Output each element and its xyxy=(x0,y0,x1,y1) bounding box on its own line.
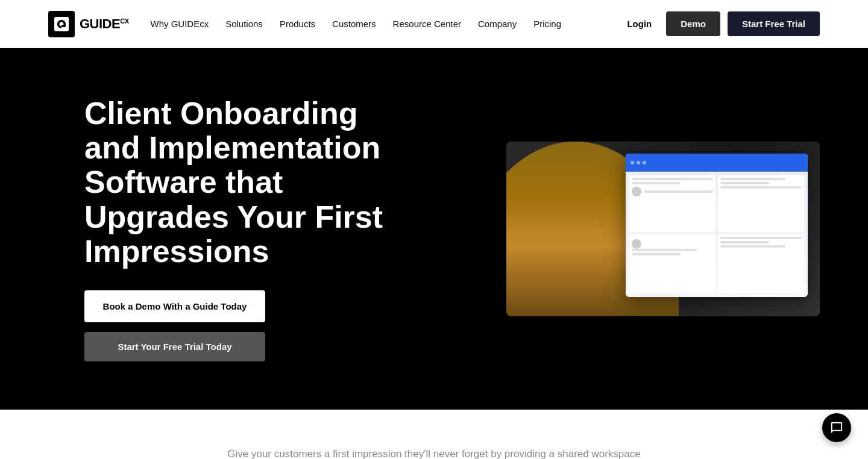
nav-item-resource-center[interactable]: Resource Center xyxy=(393,19,461,30)
screen-line xyxy=(720,178,785,180)
screen-dot-2 xyxy=(637,161,640,164)
nav-links: Why GUIDEcx Solutions Products Customers… xyxy=(150,19,561,30)
nav-link-pricing[interactable]: Pricing xyxy=(533,19,561,29)
nav-link-solutions[interactable]: Solutions xyxy=(225,19,263,29)
hero-content: Client Onboarding and Implementation Sof… xyxy=(84,96,398,361)
nav-item-company[interactable]: Company xyxy=(478,19,517,30)
screen-line xyxy=(720,245,785,248)
screen-topbar xyxy=(626,154,808,172)
screen-line xyxy=(720,182,769,184)
nav-item-customers[interactable]: Customers xyxy=(332,19,376,30)
book-demo-button[interactable]: Book a Demo With a Guide Today xyxy=(84,290,265,322)
screen-body xyxy=(626,172,808,297)
nav-link-resource-center[interactable]: Resource Center xyxy=(393,19,461,29)
nav-link-products[interactable]: Products xyxy=(280,19,315,29)
nav-link-why-guidecx[interactable]: Why GUIDEcx xyxy=(150,19,209,29)
screen-line xyxy=(644,190,713,193)
chat-bubble[interactable] xyxy=(822,413,851,442)
screen-line xyxy=(632,178,713,180)
below-hero-text: Give your customers a first impression t… xyxy=(205,446,663,459)
screen-line xyxy=(632,253,681,255)
start-trial-hero-button[interactable]: Start Your Free Trial Today xyxy=(84,332,265,361)
chat-bubble-icon xyxy=(830,421,843,434)
nav-link-customers[interactable]: Customers xyxy=(332,19,376,29)
hero-image xyxy=(506,142,820,316)
screen-inner xyxy=(626,154,808,297)
screen-panel-2 xyxy=(718,175,804,232)
screen-dot-3 xyxy=(643,161,646,164)
login-button[interactable]: Login xyxy=(620,14,659,34)
logo-link[interactable]: GUIDECX xyxy=(48,11,128,37)
hero-section: Client Onboarding and Implementation Sof… xyxy=(0,48,868,410)
screen-line xyxy=(720,186,802,189)
logo-text: GUIDECX xyxy=(80,16,128,32)
hero-cta-group: Book a Demo With a Guide Today Start You… xyxy=(84,290,265,361)
screen-panel-1 xyxy=(629,175,715,232)
screen-panel-4 xyxy=(718,234,804,293)
navbar: GUIDECX Why GUIDEcx Solutions Products C… xyxy=(0,0,868,48)
navbar-right: Login Demo Start Free Trial xyxy=(620,11,820,36)
hero-image-mock xyxy=(506,142,820,316)
navbar-left: GUIDECX Why GUIDEcx Solutions Products C… xyxy=(48,11,561,37)
screen-line xyxy=(720,241,769,243)
logo-icon xyxy=(48,11,75,37)
demo-button[interactable]: Demo xyxy=(666,11,720,36)
hero-screen-mockup xyxy=(626,154,808,297)
below-hero-section: Give your customers a first impression t… xyxy=(0,410,868,459)
hero-title: Client Onboarding and Implementation Sof… xyxy=(84,96,398,269)
screen-line xyxy=(720,237,802,239)
screen-avatar-row xyxy=(632,187,713,196)
screen-avatar xyxy=(632,187,641,196)
screen-line xyxy=(632,249,697,251)
nav-item-why-guidecx[interactable]: Why GUIDEcx xyxy=(150,19,209,30)
start-free-trial-button[interactable]: Start Free Trial xyxy=(728,11,820,36)
screen-panel-3 xyxy=(629,234,715,293)
nav-item-products[interactable]: Products xyxy=(280,19,315,30)
svg-rect-0 xyxy=(54,17,69,31)
screen-avatar xyxy=(632,239,641,249)
screen-avatar-row xyxy=(632,239,713,249)
guidecx-icon-svg xyxy=(53,16,70,33)
nav-item-pricing[interactable]: Pricing xyxy=(533,19,561,30)
screen-line xyxy=(632,182,681,184)
screen-dot-1 xyxy=(631,161,634,164)
nav-item-solutions[interactable]: Solutions xyxy=(225,19,263,30)
nav-link-company[interactable]: Company xyxy=(478,19,517,29)
